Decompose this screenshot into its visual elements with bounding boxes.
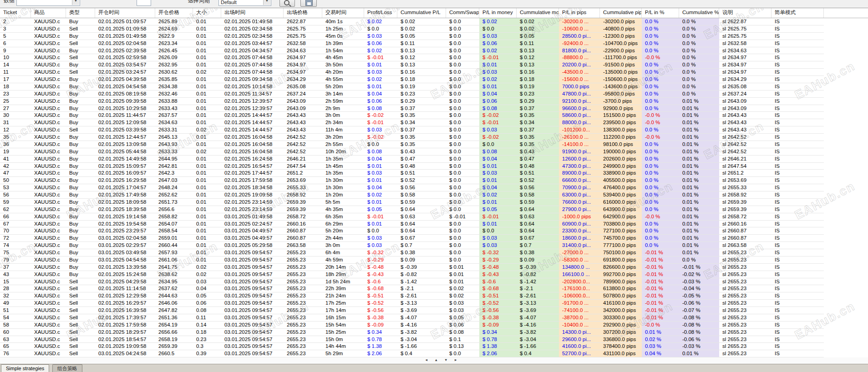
table-row[interactable]: 70XAUUSD.cBuy02.01.2025 23:29:572658.540… bbox=[0, 227, 824, 235]
table-row[interactable]: 19XAUUSD.cBuy02.01.2025 05:44:582633.330… bbox=[0, 148, 824, 156]
table-row[interactable]: 15XAUUSD.cSell02.01.2025 04:29:582634.95… bbox=[0, 278, 824, 286]
column-header-cum-pips[interactable]: Cummulative pip... bbox=[600, 8, 642, 18]
cell-profit-loss: $ 0.08 bbox=[364, 105, 397, 112]
table-row[interactable]: 23XAUUSD.cBuy02.01.2025 08:19:582632.460… bbox=[0, 90, 824, 98]
cell-open-time: 02.01.2025 03:24:57 bbox=[95, 69, 155, 76]
cell-cum-pct: 0.01 % bbox=[679, 177, 719, 184]
column-header-open-price[interactable]: 开仓价格 bbox=[155, 8, 193, 18]
table-row[interactable]: 30XAUUSD.cBuy02.01.2025 11:44:572637.570… bbox=[0, 112, 824, 119]
column-header-close-time[interactable]: 出场时间 bbox=[221, 8, 284, 18]
cell-symbol: XAUUSD.c bbox=[31, 307, 66, 314]
column-header-cum-pct[interactable]: Cummulative % ... bbox=[679, 8, 719, 18]
column-header-size[interactable]: 大小 bbox=[193, 8, 221, 18]
table-row[interactable]: 5XAUUSD.cBuy02.01.2025 01:49:582622.90.0… bbox=[0, 33, 824, 40]
cell-size: 0.01 bbox=[193, 98, 221, 105]
table-row[interactable]: 50XAUUSD.cBuy02.01.2025 16:29:582647.030… bbox=[0, 177, 824, 184]
cell-type: Sell bbox=[66, 336, 95, 343]
column-header-comment[interactable]: 说明 bbox=[719, 8, 772, 18]
column-header-mode[interactable]: 简单模式 bbox=[772, 8, 824, 18]
cell-symbol: XAUUSD.c bbox=[31, 119, 66, 126]
column-header-profit-loss[interactable]: Profit/Loss bbox=[364, 8, 397, 18]
table-row[interactable]: 56XAUUSD.cBuy02.01.2025 17:49:582652.620… bbox=[0, 191, 824, 199]
cell-cum-pl: $ -1.66 bbox=[397, 343, 446, 350]
table-row[interactable]: 75XAUUSD.cBuy03.01.2025 03:49:582657.930… bbox=[0, 249, 824, 256]
cell-symbol: XAUUSD.c bbox=[31, 292, 66, 300]
table-row[interactable]: 62XAUUSD.cBuy02.01.2025 18:39:582656.60.… bbox=[0, 206, 824, 213]
cell-close-time: 02.01.2025 23:14:59 bbox=[221, 206, 284, 213]
table-row[interactable]: 25XAUUSD.cBuy02.01.2025 09:39:582633.880… bbox=[0, 98, 824, 105]
table-row[interactable]: 27XAUUSD.cBuy02.01.2025 10:29:582633.430… bbox=[0, 105, 824, 112]
period-select[interactable]: Default ▼ bbox=[218, 0, 271, 6]
table-row[interactable]: 74XAUUSD.cBuy03.01.2025 02:29:572660.440… bbox=[0, 242, 824, 249]
table-row[interactable]: 10XAUUSD.cSell02.01.2025 02:59:582626.09… bbox=[0, 54, 824, 61]
column-header-pl-pct[interactable]: P/L in % bbox=[642, 8, 679, 18]
cell-type: Sell bbox=[66, 54, 95, 61]
column-header-cum-pl[interactable]: Cummulative P/L bbox=[397, 8, 446, 18]
column-header-cum-money[interactable]: Cummulative mo... bbox=[517, 8, 559, 18]
table-row[interactable]: 32XAUUSD.cSell02.01.2025 12:29:582644.63… bbox=[0, 292, 824, 300]
column-header-pl-money[interactable]: P/L in money bbox=[479, 8, 517, 18]
save-button[interactable] bbox=[300, 0, 317, 7]
column-header-symbol[interactable]: 商品 bbox=[31, 8, 66, 18]
cell-pl-pips: -10400.0 ... bbox=[559, 322, 600, 329]
cell-symbol: XAUUSD.c bbox=[31, 98, 66, 105]
cell-cum-pips: 342000.0 pips bbox=[600, 307, 642, 314]
column-header-duration[interactable]: 交易时间 bbox=[322, 8, 364, 18]
cell-cum-pl: $ 0.59 bbox=[397, 199, 446, 206]
table-row[interactable]: 9XAUUSD.cBuy02.01.2025 02:39:582626.450.… bbox=[0, 47, 824, 55]
table-row[interactable]: 12XAUUSD.cSell02.01.2025 03:39:582633.31… bbox=[0, 126, 824, 134]
table-row[interactable]: 66XAUUSD.cBuy02.01.2025 19:14:582658.820… bbox=[0, 213, 824, 221]
table-row[interactable]: 17XAUUSD.cBuy02.01.2025 04:39:582635.850… bbox=[0, 76, 824, 83]
search-button[interactable] bbox=[279, 0, 295, 7]
table-row[interactable]: 6XAUUSD.cSell02.01.2025 02:04:582623.340… bbox=[0, 40, 824, 47]
table-row[interactable]: 18XAUUSD.cBuy02.01.2025 04:54:582634.380… bbox=[0, 83, 824, 90]
table-row[interactable]: 72XAUUSD.cBuy03.01.2025 02:04:582659.010… bbox=[0, 235, 824, 242]
table-row[interactable]: 47XAUUSD.cBuy02.01.2025 16:09:572642.30.… bbox=[0, 170, 824, 177]
table-row[interactable]: 2XAUUSD.cBuy02.01.2025 01:09:572625.890.… bbox=[0, 18, 824, 25]
table-row[interactable]: 59XAUUSD.cBuy02.01.2025 18:09:582651.730… bbox=[0, 199, 824, 206]
cell-pl-pct: 0.04 % bbox=[642, 350, 679, 357]
table-row[interactable]: 36XAUUSD.cBuy02.01.2025 13:09:582643.930… bbox=[0, 141, 824, 148]
size-stepper[interactable] bbox=[137, 0, 151, 6]
table-row[interactable]: 51XAUUSD.cSell02.01.2025 16:39:582647.82… bbox=[0, 307, 824, 314]
table-row[interactable]: 42XAUUSD.cBuy02.01.2025 15:09:572642.810… bbox=[0, 163, 824, 170]
table-row[interactable]: 41XAUUSD.cBuy02.01.2025 14:49:582644.950… bbox=[0, 156, 824, 163]
scroll-arrows-icon[interactable]: ◄ ▲ ▼ ► bbox=[425, 358, 460, 362]
column-header-open-time[interactable]: 开仓时间 bbox=[95, 8, 155, 18]
column-header-close-price[interactable]: 出场价格 bbox=[284, 8, 322, 18]
table-row[interactable]: 54XAUUSD.cSell02.01.2025 17:39:572651.36… bbox=[0, 314, 824, 322]
table-row[interactable]: 43XAUUSD.cBuy02.01.2025 15:24:582638.620… bbox=[0, 271, 824, 278]
data-select[interactable]: ▼ bbox=[16, 0, 80, 6]
cell-ticket: 3 bbox=[0, 25, 31, 33]
table-row[interactable]: 58XAUUSD.cSell02.01.2025 17:59:582654.19… bbox=[0, 322, 824, 329]
table-row[interactable]: 14XAUUSD.cBuy02.01.2025 03:54:572632.950… bbox=[0, 61, 824, 69]
table-row[interactable]: 63XAUUSD.cSell02.01.2025 18:54:572658.19… bbox=[0, 336, 824, 343]
cell-cum-pct: 0.01 % bbox=[679, 191, 719, 199]
table-row[interactable]: 37XAUUSD.cBuy02.01.2025 13:39:582641.750… bbox=[0, 264, 824, 271]
cell-close-price: 2634.97 bbox=[284, 54, 322, 61]
table-row[interactable]: 31XAUUSD.cBuy02.01.2025 12:09:582634.630… bbox=[0, 119, 824, 126]
cell-cum-pips: 378400.0 pips bbox=[600, 343, 642, 350]
table-row[interactable]: 53XAUUSD.cBuy02.01.2025 17:04:572648.240… bbox=[0, 184, 824, 191]
cell-comment: sl 2655.23 bbox=[719, 292, 772, 300]
table-row[interactable]: 11XAUUSD.cSell02.01.2025 03:24:572630.62… bbox=[0, 69, 824, 76]
table-row[interactable]: 67XAUUSD.cBuy02.01.2025 19:54:582654.070… bbox=[0, 221, 824, 228]
cell-type: Buy bbox=[66, 61, 95, 69]
table-row[interactable]: 28XAUUSD.cSell02.01.2025 11:14:582637.62… bbox=[0, 285, 824, 292]
column-header-ticket[interactable]: Ticket bbox=[0, 8, 31, 18]
table-row[interactable]: 79XAUUSD.cBuy03.01.2025 04:54:582661.060… bbox=[0, 256, 824, 264]
tab-simple-strategies[interactable]: Simple strategies bbox=[1, 364, 49, 372]
table-row[interactable]: 65XAUUSD.cSell02.01.2025 19:09:582659.39… bbox=[0, 343, 824, 350]
column-header-pl-pips[interactable]: P/L in pips bbox=[559, 8, 600, 18]
table-row[interactable]: 49XAUUSD.cSell02.01.2025 16:29:572646.06… bbox=[0, 300, 824, 307]
table-row[interactable]: 60XAUUSD.cSell02.01.2025 18:29:572656.66… bbox=[0, 329, 824, 336]
table-row[interactable]: 35XAUUSD.cBuy02.01.2025 12:44:572645.130… bbox=[0, 134, 824, 141]
table-row[interactable]: 3XAUUSD.cSell02.01.2025 01:09:582624.690… bbox=[0, 25, 824, 33]
table-row[interactable]: 76XAUUSD.cSell03.01.2025 04:24:582660.50… bbox=[0, 350, 824, 357]
scroll-strip[interactable]: ◄ ▲ ▼ ► bbox=[0, 357, 868, 364]
column-header-comm-swap[interactable]: Comm/Swap bbox=[446, 8, 479, 18]
column-header-type[interactable]: 类型 bbox=[66, 8, 95, 18]
cell-pl-pct: 0.0 % bbox=[642, 184, 679, 191]
tab-combo-strategies[interactable]: 组合策略 bbox=[52, 364, 82, 372]
cell-cum-pl: $ 0.13 bbox=[397, 61, 446, 69]
